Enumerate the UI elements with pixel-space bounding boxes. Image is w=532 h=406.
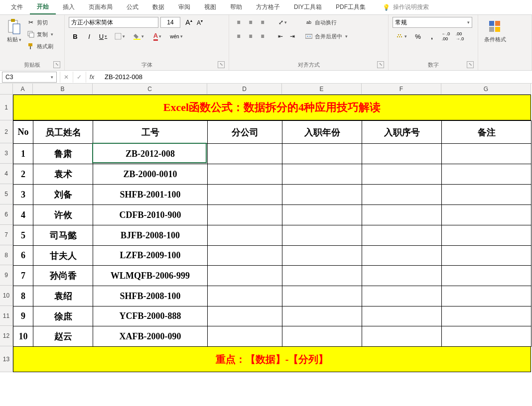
- col-header-A[interactable]: A: [13, 84, 33, 95]
- footer-cell[interactable]: 重点：【数据】-【分列】: [13, 346, 531, 372]
- data-cell[interactable]: [442, 266, 532, 286]
- data-cell[interactable]: [282, 164, 362, 185]
- cancel-formula-button[interactable]: ✕: [60, 72, 72, 83]
- data-cell[interactable]: [362, 326, 442, 347]
- italic-button[interactable]: I: [83, 31, 96, 42]
- align-launcher[interactable]: ⤡: [377, 61, 384, 68]
- data-cell[interactable]: [208, 144, 282, 164]
- tab-开始[interactable]: 开始: [30, 0, 56, 14]
- fx-button[interactable]: fx: [86, 72, 98, 83]
- paste-button[interactable]: 粘贴▾: [4, 17, 24, 45]
- align-bottom-button[interactable]: ≡: [257, 17, 268, 28]
- number-launcher[interactable]: ⤡: [467, 61, 474, 68]
- align-top-button[interactable]: ≡: [233, 17, 244, 28]
- data-cell[interactable]: [362, 144, 442, 164]
- row-header-10[interactable]: 10: [0, 286, 13, 306]
- copy-button[interactable]: 复制▾: [27, 29, 53, 40]
- row-header-2[interactable]: 2: [0, 120, 13, 143]
- data-cell[interactable]: 5: [13, 225, 33, 246]
- data-cell[interactable]: [442, 286, 532, 306]
- decrease-indent-button[interactable]: ⇤: [275, 31, 286, 42]
- header-cell[interactable]: 入职年份: [282, 121, 362, 144]
- row-header-11[interactable]: 11: [0, 306, 13, 326]
- data-cell[interactable]: [282, 306, 362, 326]
- orientation-button[interactable]: ⤢▾: [275, 17, 290, 28]
- header-cell[interactable]: 分公司: [208, 121, 282, 144]
- decrease-decimal-button[interactable]: .00→.0: [453, 31, 466, 42]
- data-cell[interactable]: [208, 326, 282, 347]
- header-cell[interactable]: 员工姓名: [33, 121, 93, 144]
- data-cell[interactable]: XAFB-2000-090: [93, 326, 208, 347]
- data-cell[interactable]: ZB-2012-008: [93, 144, 208, 164]
- name-box[interactable]: C3 ▾: [2, 72, 57, 83]
- row-header-5[interactable]: 5: [0, 184, 13, 204]
- data-cell[interactable]: 徐庶: [33, 306, 93, 326]
- data-cell[interactable]: SHFB-2008-100: [93, 286, 208, 306]
- col-header-F[interactable]: F: [362, 84, 441, 95]
- data-cell[interactable]: [362, 266, 442, 286]
- font-color-button[interactable]: A▾: [148, 31, 166, 42]
- data-cell[interactable]: 孙尚香: [33, 266, 93, 286]
- data-cell[interactable]: YCFB-2000-888: [93, 306, 208, 326]
- tab-帮助[interactable]: 帮助: [223, 0, 249, 14]
- conditional-format-button[interactable]: 条件格式: [482, 17, 508, 45]
- data-cell[interactable]: [208, 185, 282, 205]
- col-header-G[interactable]: G: [441, 84, 531, 95]
- enter-formula-button[interactable]: ✓: [73, 72, 85, 83]
- underline-button[interactable]: U▾: [97, 31, 110, 42]
- increase-font-button[interactable]: A▴: [183, 18, 194, 26]
- data-cell[interactable]: [442, 185, 532, 205]
- row-header-1[interactable]: 1: [0, 95, 13, 120]
- decrease-font-button[interactable]: A▾: [194, 19, 205, 26]
- data-cell[interactable]: 许攸: [33, 205, 93, 225]
- data-cell[interactable]: ZB-2000-0010: [93, 164, 208, 185]
- data-cell[interactable]: [282, 286, 362, 306]
- tab-PDF工具集[interactable]: PDF工具集: [329, 0, 373, 14]
- select-all-corner[interactable]: [0, 84, 13, 95]
- increase-indent-button[interactable]: ⇥: [287, 31, 298, 42]
- data-cell[interactable]: 甘夫人: [33, 246, 93, 266]
- data-cell[interactable]: [282, 246, 362, 266]
- formula-input[interactable]: [101, 72, 532, 83]
- tab-审阅[interactable]: 审阅: [171, 0, 197, 14]
- number-format-select[interactable]: 常规 ▾: [393, 17, 472, 28]
- data-cell[interactable]: [442, 225, 532, 246]
- col-header-B[interactable]: B: [33, 84, 93, 95]
- data-cell[interactable]: [282, 326, 362, 347]
- data-cell[interactable]: CDFB-2010-900: [93, 205, 208, 225]
- tab-视图[interactable]: 视图: [197, 0, 223, 14]
- bold-button[interactable]: B: [69, 31, 82, 42]
- data-cell[interactable]: SHFB-2001-100: [93, 185, 208, 205]
- accounting-button[interactable]: ▾: [393, 31, 410, 42]
- data-cell[interactable]: 司马懿: [33, 225, 93, 246]
- data-cell[interactable]: 1: [13, 144, 33, 164]
- data-cell[interactable]: [208, 306, 282, 326]
- data-cell[interactable]: 鲁肃: [33, 144, 93, 164]
- data-cell[interactable]: 6: [13, 246, 33, 266]
- format-painter-button[interactable]: 格式刷: [27, 41, 53, 52]
- font-size-select[interactable]: [160, 17, 180, 28]
- row-header-8[interactable]: 8: [0, 245, 13, 265]
- data-cell[interactable]: [282, 266, 362, 286]
- comma-button[interactable]: ,: [425, 31, 438, 42]
- data-cell[interactable]: [282, 225, 362, 246]
- data-cell[interactable]: [362, 164, 442, 185]
- data-cell[interactable]: 3: [13, 185, 33, 205]
- data-cell[interactable]: [442, 246, 532, 266]
- merge-center-button[interactable]: 合并后居中▾: [305, 31, 348, 42]
- data-cell[interactable]: [362, 185, 442, 205]
- fill-color-button[interactable]: ▾: [130, 31, 147, 42]
- tab-页面布局[interactable]: 页面布局: [82, 0, 120, 14]
- data-cell[interactable]: 7: [13, 266, 33, 286]
- data-cell[interactable]: [362, 286, 442, 306]
- data-cell[interactable]: WLMQFB-2006-999: [93, 266, 208, 286]
- col-header-C[interactable]: C: [93, 84, 207, 95]
- data-cell[interactable]: [362, 205, 442, 225]
- col-header-D[interactable]: D: [207, 84, 282, 95]
- data-cell[interactable]: [208, 205, 282, 225]
- tab-方方格子[interactable]: 方方格子: [249, 0, 287, 14]
- data-cell[interactable]: 刘备: [33, 185, 93, 205]
- data-cell[interactable]: [282, 205, 362, 225]
- data-cell[interactable]: [208, 164, 282, 185]
- data-cell[interactable]: [362, 306, 442, 326]
